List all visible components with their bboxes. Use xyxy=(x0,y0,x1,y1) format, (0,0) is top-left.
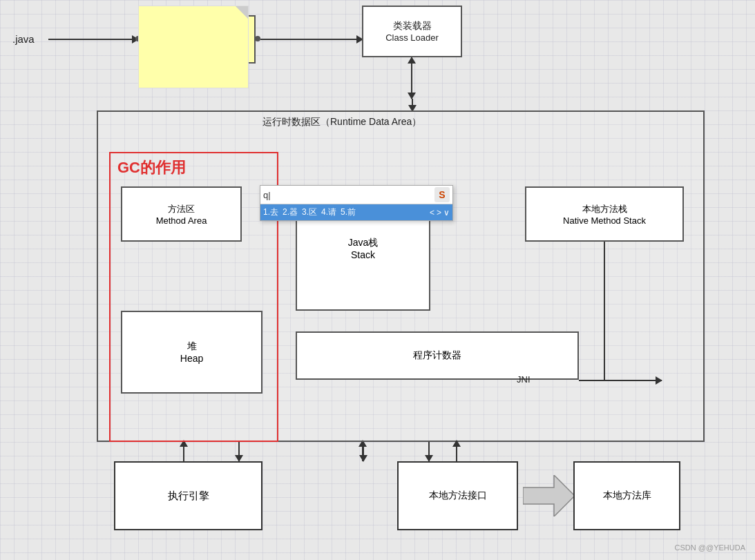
runtime-area-label: 运行时数据区（Runtime Data Area） xyxy=(262,116,421,128)
heap-box: 堆 Heap xyxy=(121,311,262,394)
method-area-cn: 方法区 xyxy=(168,203,195,215)
arrow-java-to-classfile xyxy=(48,39,138,40)
autocomplete-expand[interactable]: ∨ xyxy=(443,208,450,218)
gc-label: GC的作用 xyxy=(117,157,186,178)
native-stack-cn: 本地方法栈 xyxy=(582,203,627,215)
program-counter-label: 程序计数器 xyxy=(413,349,461,362)
svg-marker-0 xyxy=(523,475,575,516)
dot-classfile-right xyxy=(255,36,260,41)
sticky-note-fold xyxy=(236,6,248,19)
native-lib-arrow xyxy=(523,475,575,519)
autocomplete-input-row: q| S xyxy=(260,186,452,204)
native-stack-en: Native Method Stack xyxy=(563,215,646,226)
autocomplete-item-4[interactable]: 4.请 xyxy=(321,206,336,218)
jni-label: JNI xyxy=(517,374,531,385)
heap-en: Heap xyxy=(180,353,203,364)
autocomplete-popup: q| S 1.去 2.器 3.区 4.请 5.前 < > ∨ xyxy=(260,185,453,221)
jni-line xyxy=(579,380,662,381)
autocomplete-nav: < > ∨ xyxy=(430,208,450,218)
autocomplete-next[interactable]: > xyxy=(437,208,441,218)
native-library-label: 本地方法库 xyxy=(603,490,651,502)
exec-engine-box: 执行引擎 xyxy=(114,461,262,530)
arrow-classloader-down xyxy=(411,57,412,99)
exec-engine-label: 执行引擎 xyxy=(168,490,209,503)
native-stack-box: 本地方法栈 Native Method Stack xyxy=(525,186,684,242)
arrow-exec-up-left xyxy=(183,441,184,461)
arrow-native-up2 xyxy=(456,441,457,461)
arrow-runtime-connector xyxy=(412,99,413,111)
arrow-native-jni xyxy=(604,242,605,380)
native-interface-box: 本地方法接口 xyxy=(397,461,518,530)
arrow-heap-down xyxy=(238,441,240,461)
autocomplete-items-row: 1.去 2.器 3.区 4.请 5.前 < > ∨ xyxy=(260,204,452,220)
autocomplete-item-1[interactable]: 1.去 xyxy=(263,206,278,218)
arrow-classfile-to-classloader xyxy=(260,39,363,40)
watermark: CSDN @@YEHUDA xyxy=(675,543,745,552)
program-counter-box: 程序计数器 xyxy=(296,331,579,380)
java-stack-en: Stack xyxy=(351,249,375,260)
autocomplete-input-text[interactable]: q| xyxy=(263,190,434,200)
class-loader-box: 类装载器 Class Loader xyxy=(362,6,462,57)
native-library-box: 本地方法库 xyxy=(573,461,680,530)
autocomplete-prev[interactable]: < xyxy=(430,208,434,218)
native-interface-label: 本地方法接口 xyxy=(429,490,487,502)
sticky-note xyxy=(138,6,249,88)
autocomplete-item-2[interactable]: 2.器 xyxy=(283,206,298,218)
class-loader-en-label: Class Loader xyxy=(385,32,439,43)
heap-cn: 堆 xyxy=(187,340,197,353)
arrow-prog-up xyxy=(362,441,363,461)
autocomplete-item-5[interactable]: 5.前 xyxy=(341,206,356,218)
method-area-box: 方法区 Method Area xyxy=(121,186,242,242)
arrow-center-down xyxy=(428,441,430,461)
class-loader-cn-label: 类装载器 xyxy=(393,20,432,32)
autocomplete-logo: S xyxy=(434,187,450,202)
method-area-en: Method Area xyxy=(156,215,207,226)
autocomplete-item-3[interactable]: 3.区 xyxy=(302,206,317,218)
java-file-label: .java xyxy=(12,33,35,45)
java-stack-cn: Java栈 xyxy=(348,237,379,249)
